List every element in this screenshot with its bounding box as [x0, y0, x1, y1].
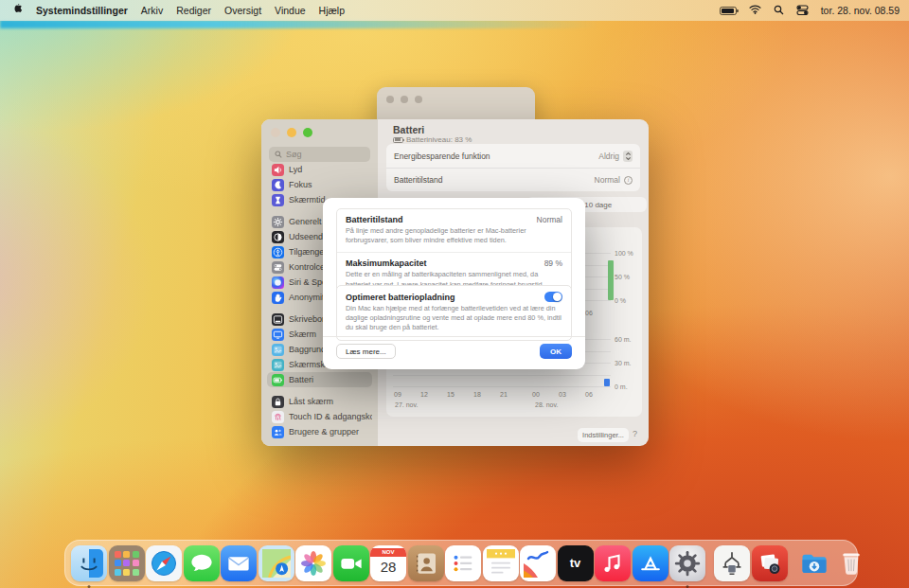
mail-icon [221, 545, 257, 581]
sidebar-item-label: Udseende [289, 232, 328, 241]
dock-item-claw-machine-app[interactable] [714, 543, 750, 584]
settings-options-button[interactable]: Indstillinger... [578, 428, 629, 442]
system-settings-icon [669, 545, 705, 581]
x-tick: 09 [390, 391, 405, 398]
x-tick: 06 [581, 391, 597, 398]
batteri-icon [272, 374, 284, 386]
contacts-icon [408, 545, 444, 581]
y-tick: 60 m. [615, 336, 643, 343]
sidebar-item-batteri[interactable]: Batteri [267, 372, 372, 387]
anonymitet-icon [272, 292, 284, 304]
optimized-charging-toggle[interactable] [544, 292, 562, 302]
y-tick: 0 m. [615, 383, 643, 390]
date-label: 27. nov. [395, 401, 418, 408]
dock-item-calendar[interactable]: NOV28 [370, 543, 406, 584]
page-title: Batteri [393, 124, 424, 135]
menubar-app-name[interactable]: Systemindstillinger [36, 5, 128, 16]
x-tick: 03 [555, 391, 570, 398]
downloads-folder-icon [796, 545, 832, 581]
battery-level-status: Batteriniveau: 83 % [393, 135, 472, 144]
facetime-icon [333, 545, 369, 581]
sidebar-item-touch-id[interactable]: Touch ID & adgangskode [267, 409, 372, 424]
tv-label: tv [570, 556, 581, 570]
menu-oversigt[interactable]: Oversigt [224, 5, 261, 16]
minimize-button[interactable] [287, 128, 296, 137]
dock-item-messages[interactable] [184, 543, 220, 584]
dock-item-launchpad[interactable] [109, 543, 145, 584]
messages-icon [184, 545, 220, 581]
dock-item-maps[interactable] [258, 543, 294, 584]
menu-arkiv[interactable]: Arkiv [141, 5, 163, 16]
dock-item-downloads-folder[interactable] [796, 543, 832, 584]
dock-item-trash[interactable] [833, 543, 869, 584]
dock-item-finder[interactable] [71, 543, 107, 584]
y-tick: 0 % [615, 297, 643, 304]
skaermskaaner-icon [272, 359, 284, 371]
sidebar-item-label: Låst skærm [289, 397, 333, 406]
ok-button[interactable]: OK [540, 344, 572, 359]
dock-item-notes[interactable] [483, 543, 519, 584]
claw-machine-app-icon [714, 545, 750, 581]
control-center-icon[interactable] [796, 5, 809, 17]
dock-item-photos[interactable] [295, 543, 331, 584]
siri-spotlight-icon [272, 276, 284, 289]
running-indicator-dot [88, 585, 91, 588]
y-tick: 100 % [615, 250, 643, 257]
menu-vindue[interactable]: Vindue [275, 5, 306, 16]
dropdown-stepper-icon[interactable] [623, 151, 633, 162]
info-icon[interactable]: i [624, 176, 633, 185]
skaermtid-icon [272, 194, 284, 206]
x-tick: 21 [496, 391, 511, 398]
menu-rediger[interactable]: Rediger [176, 5, 211, 16]
sidebar-item-label: Touch ID & adgangskode [289, 412, 372, 421]
battery-small-icon [393, 137, 403, 143]
sidebar-item-brugere-grupper[interactable]: Brugere & grupper [267, 424, 372, 439]
menu-bar: Systemindstillinger Arkiv Rediger Oversi… [0, 0, 909, 21]
kontrolcenter-icon [272, 261, 284, 274]
battery-health-row[interactable]: Batteritilstand Normal i [386, 168, 640, 191]
wifi-icon[interactable] [749, 5, 761, 16]
dock-item-app-store[interactable] [633, 543, 668, 584]
dock-item-facetime[interactable] [333, 543, 369, 584]
dock-item-contacts[interactable] [408, 543, 444, 584]
settings-rows-card: Energibesparende funktion Aldrig Batteri… [386, 144, 640, 191]
low-power-mode-row[interactable]: Energibesparende funktion Aldrig [386, 144, 640, 168]
apple-menu-icon[interactable] [11, 3, 23, 18]
running-indicator-dot [686, 585, 689, 588]
dock-item-apple-tv[interactable]: tv [558, 543, 594, 584]
sidebar-item-fokus[interactable]: Fokus [267, 177, 372, 192]
generelt-icon [272, 216, 284, 228]
dock-item-safari[interactable] [146, 543, 182, 584]
sidebar-item-label: Fokus [289, 180, 312, 189]
finder-icon [71, 545, 107, 581]
dock-item-mail[interactable] [221, 543, 257, 584]
laast-skaerm-icon [272, 396, 284, 408]
dock-item-music[interactable] [595, 543, 631, 584]
dock-item-photo-viewer-app[interactable] [752, 543, 788, 584]
search-icon [275, 151, 282, 158]
dock-item-system-settings[interactable] [669, 543, 705, 584]
menubar-clock[interactable]: tor. 28. nov. 08.59 [821, 5, 900, 16]
sidebar-item-lyd[interactable]: Lyd [267, 162, 372, 177]
calendar-month: NOV [370, 548, 406, 557]
search-icon[interactable] [774, 5, 784, 17]
battery-icon[interactable] [720, 7, 737, 15]
close-button[interactable] [271, 128, 280, 137]
menu-hjaelp[interactable]: Hjælp [319, 5, 345, 16]
x-tick: 12 [417, 391, 432, 398]
search-input[interactable]: Søg [269, 147, 370, 162]
music-icon [595, 545, 631, 581]
dock-item-reminders[interactable] [445, 543, 481, 584]
sidebar-item-laast-skaerm[interactable]: Låst skærm [267, 394, 372, 409]
safari-icon [146, 545, 182, 581]
dock-item-freeform[interactable] [520, 543, 556, 584]
apple-tv-icon: tv [558, 545, 594, 581]
photos-icon [295, 545, 331, 581]
fokus-icon [272, 179, 284, 191]
skaerm-icon [272, 329, 284, 341]
calendar-icon: NOV28 [370, 545, 406, 581]
help-button[interactable]: ? [633, 429, 637, 438]
zoom-button[interactable] [303, 128, 312, 137]
learn-more-button[interactable]: Læs mere... [336, 344, 396, 359]
bg-minimize-icon [401, 96, 408, 103]
